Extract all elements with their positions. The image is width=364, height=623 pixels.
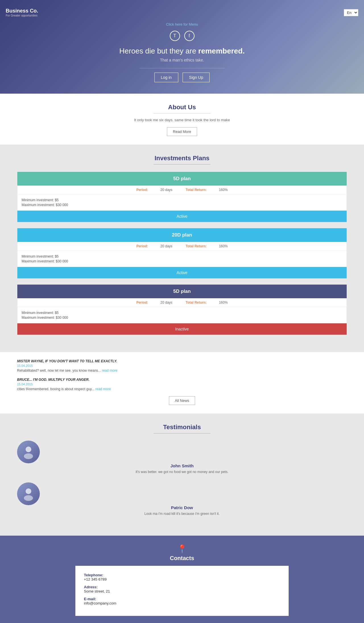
plan-3-header: 5D plan xyxy=(17,285,347,298)
plan-3-name: 5D plan xyxy=(173,289,191,294)
news-2-read-more[interactable]: read more xyxy=(95,387,111,391)
plan-3-return-value: 160% xyxy=(219,301,228,305)
testimonial-1-text: It's was better. we got no food we got n… xyxy=(17,470,347,474)
testimonials-section: Testimonials John Smith It's was better.… xyxy=(0,414,364,536)
testimonial-2-text: Look ma i'm road kill it's because i'm g… xyxy=(17,512,347,516)
plan-2-return-value: 160% xyxy=(219,244,228,248)
svg-point-2 xyxy=(26,488,31,494)
plan-2-return-label: Total Return: xyxy=(186,244,207,248)
plan-2-meta: Period: 20 days Total Return: 160% xyxy=(17,242,347,251)
plan-1-max: Maximum investment: $30 000 xyxy=(22,203,342,207)
top-bar: Business Co. For Greater opportunities E… xyxy=(0,6,364,19)
plan-3-return-label: Total Return: xyxy=(186,301,207,305)
plan-card-2: 20D plan Period: 20 days Total Return: 1… xyxy=(17,228,347,279)
plan-3-period-value: 20 days xyxy=(160,301,172,305)
plan-1-period-label: Period: xyxy=(136,188,148,192)
contacts-section: 📍 Contacts Telephone: +12 345 6789 Adres… xyxy=(0,536,364,623)
plan-3-action[interactable]: Inactive xyxy=(17,323,347,335)
hero-title-normal: Heroes die but they are xyxy=(119,47,196,55)
plan-1-return-label: Total Return: xyxy=(186,188,207,192)
address-label: Adress: xyxy=(84,585,98,589)
login-button[interactable]: Log in xyxy=(154,73,178,82)
plans-title: Investments Plans xyxy=(17,155,347,162)
plan-1-min: Minimum investment: $5 xyxy=(22,198,342,202)
hero-section: Business Co. For Greater opportunities E… xyxy=(0,0,364,94)
facebook-icon[interactable]: f xyxy=(184,31,195,41)
read-more-button[interactable]: Read More xyxy=(167,127,197,136)
location-icon: 📍 xyxy=(17,544,347,554)
plan-1-return-value: 160% xyxy=(219,188,228,192)
news-section: MISTER WAYNE, IF YOU DON'T WANT TO TELL … xyxy=(0,352,364,414)
plan-2-period-label: Period: xyxy=(136,244,148,248)
hero-divider xyxy=(139,68,225,68)
testimonials-divider xyxy=(154,433,210,433)
contacts-card: Telephone: +12 345 6789 Adress: Some str… xyxy=(75,566,289,616)
plans-divider xyxy=(154,164,210,165)
about-divider xyxy=(154,113,210,114)
svg-point-1 xyxy=(24,453,33,459)
menu-link[interactable]: Click here for Menu xyxy=(0,22,364,26)
plan-1-header: 5D plan xyxy=(17,172,347,186)
hero-title-bold: remembered. xyxy=(198,47,245,55)
contact-address: Adress: Some street, 21 xyxy=(84,585,280,593)
logo: Business Co. For Greater opportunities xyxy=(6,8,38,17)
plan-2-period-value: 20 days xyxy=(160,244,172,248)
svg-point-3 xyxy=(24,495,33,501)
plan-3-max: Maximum investment: $30 000 xyxy=(22,316,342,320)
plan-2-details: Minimum investment: $5 Maximum investmen… xyxy=(17,251,347,267)
plan-1-meta: Period: 20 days Total Return: 160% xyxy=(17,186,347,194)
hero-buttons: Log in Sign Up xyxy=(0,73,364,82)
email-value: info@company.com xyxy=(84,601,116,605)
about-title: About Us xyxy=(6,104,358,111)
news-2-quote: BRUCE... I'M GOD. MULTIPLY YOUR ANGER. xyxy=(17,378,347,382)
telephone-label: Telephone: xyxy=(84,573,103,577)
email-label: E-mail: xyxy=(84,597,96,601)
news-1-quote: MISTER WAYNE, IF YOU DON'T WANT TO TELL … xyxy=(17,359,347,363)
social-icons: T f xyxy=(0,31,364,41)
testimonial-1: John Smith It's was better. we got no fo… xyxy=(17,441,347,474)
testimonials-title: Testimonials xyxy=(17,423,347,431)
testimonial-1-name: John Smith xyxy=(17,463,347,468)
news-2-date: 15.04.2015 xyxy=(17,383,347,386)
logo-title: Business Co. xyxy=(6,8,38,14)
testimonial-2: Patric Dow Look ma i'm road kill it's be… xyxy=(17,482,347,516)
news-item-1: MISTER WAYNE, IF YOU DON'T WANT TO TELL … xyxy=(17,359,347,373)
signup-button[interactable]: Sign Up xyxy=(183,73,210,82)
avatar-2-icon xyxy=(21,487,36,501)
about-text: It only took me six days. same time it t… xyxy=(6,118,358,122)
plan-1-period-value: 20 days xyxy=(160,188,172,192)
language-select[interactable]: En Ru xyxy=(344,9,358,16)
hero-subtitle: That a man's ethics take. xyxy=(0,58,364,62)
news-1-text: Rehabilitated? well, now let me see. you… xyxy=(17,369,347,373)
plan-1-action[interactable]: Active xyxy=(17,211,347,222)
plan-3-meta: Period: 20 days Total Return: 160% xyxy=(17,298,347,307)
plan-1-name: 5D plan xyxy=(173,176,191,181)
contact-email: E-mail: info@company.com xyxy=(84,597,280,605)
twitter-icon[interactable]: T xyxy=(170,31,180,41)
hero-title: Heroes die but they are remembered. xyxy=(0,47,364,55)
plan-2-min: Minimum investment: $5 xyxy=(22,254,342,258)
testimonial-2-avatar xyxy=(17,482,40,505)
address-value: Some street, 21 xyxy=(84,589,110,593)
plan-2-header: 20D plan xyxy=(17,228,347,242)
plan-3-period-label: Period: xyxy=(136,301,148,305)
avatar-1-icon xyxy=(21,445,36,459)
news-1-read-more[interactable]: read more xyxy=(102,369,117,373)
plan-2-action[interactable]: Active xyxy=(17,267,347,278)
plan-2-max: Maximum investment: $30 000 xyxy=(22,259,342,263)
news-item-2: BRUCE... I'M GOD. MULTIPLY YOUR ANGER. 1… xyxy=(17,378,347,391)
logo-subtitle: For Greater opportunities xyxy=(6,14,38,17)
plans-section: Investments Plans 5D plan Period: 20 day… xyxy=(0,145,364,352)
contact-telephone: Telephone: +12 345 6789 xyxy=(84,573,280,581)
plan-3-details: Minimum investment: $5 Maximum investmen… xyxy=(17,307,347,323)
news-1-date: 15.04.2015 xyxy=(17,364,347,367)
telephone-value: +12 345 6789 xyxy=(84,577,107,581)
plan-2-name: 20D plan xyxy=(172,232,192,238)
svg-point-0 xyxy=(26,447,31,452)
testimonial-1-avatar xyxy=(17,441,40,463)
plan-card-3: 5D plan Period: 20 days Total Return: 16… xyxy=(17,284,347,335)
contacts-title: Contacts xyxy=(17,555,347,562)
all-news-button[interactable]: All News xyxy=(169,396,195,405)
plan-1-details: Minimum investment: $5 Maximum investmen… xyxy=(17,194,347,211)
testimonial-2-name: Patric Dow xyxy=(17,505,347,510)
